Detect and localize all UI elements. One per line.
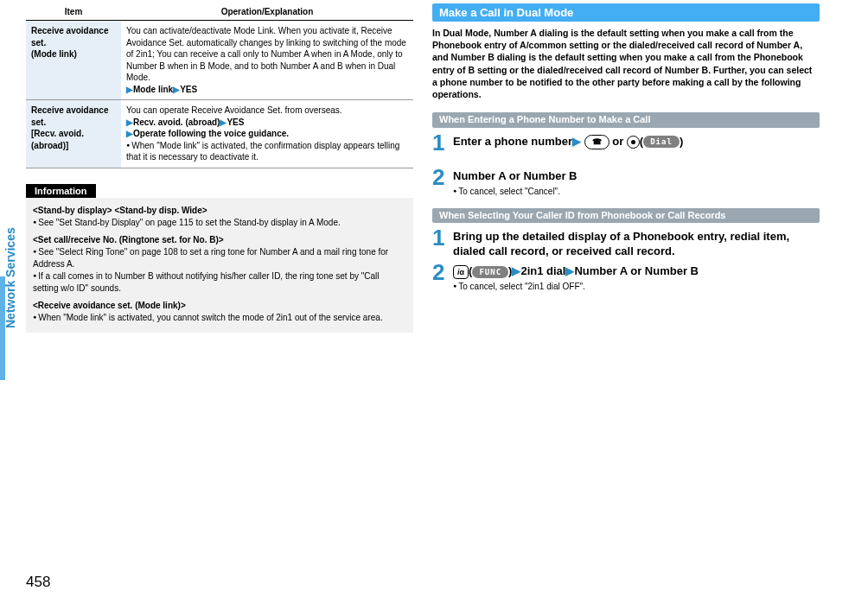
subsection-title: When Entering a Phone Number to Make a C… <box>432 112 820 128</box>
arrow-icon: ▶ <box>126 85 133 94</box>
information-heading: Information <box>26 184 96 198</box>
col-header-op: Operation/Explanation <box>121 3 413 21</box>
settings-table: Item Operation/Explanation Receive avoid… <box>26 3 413 168</box>
op-cell: You can activate/deactivate Mode Link. W… <box>121 21 413 100</box>
step-2b: 2 iα(FUNC)▶2in1 dial▶Number A or Number … <box>432 261 820 291</box>
arrow-icon: ▶ <box>173 85 180 94</box>
intro-paragraph: In Dual Mode, Number A dialing is the de… <box>432 27 820 100</box>
table-row: Receive avoidance set. [Recv. avoid. (ab… <box>26 100 413 168</box>
item-cell: Receive avoidance set. (Mode link) <box>26 21 121 100</box>
spine-label: Network Services <box>3 227 17 328</box>
information-box: <Stand-by display> <Stand-by disp. Wide>… <box>26 198 413 333</box>
softkey-pill: Dial <box>643 136 680 148</box>
item-cell: Receive avoidance set. [Recv. avoid. (ab… <box>26 100 121 168</box>
table-row: Receive avoidance set. (Mode link) You c… <box>26 21 413 100</box>
step-1: 1 Enter a phone number▶ ☎ or (Dial) <box>432 131 820 154</box>
arrow-icon: ▶ <box>512 264 520 277</box>
arrow-icon: ▶ <box>126 129 133 138</box>
op-cell: You can operate Receive Avoidance Set. f… <box>121 100 413 168</box>
step-note: To cancel, select "2in1 dial OFF". <box>453 282 820 291</box>
center-key-icon <box>627 136 640 149</box>
arrow-icon: ▶ <box>126 117 133 127</box>
left-column: Item Operation/Explanation Receive avoid… <box>26 3 413 333</box>
step-head: iα(FUNC)▶2in1 dial▶Number A or Number B <box>453 264 820 279</box>
step-head: Bring up the detailed display of a Phone… <box>453 230 820 259</box>
step-head: Number A or Number B <box>453 169 820 184</box>
right-column: Make a Call in Dual Mode In Dual Mode, N… <box>432 3 820 333</box>
softkey-pill: FUNC <box>472 266 508 278</box>
arrow-icon: ▶ <box>572 135 581 148</box>
call-key-icon: ☎ <box>584 135 610 149</box>
page-number: 458 <box>26 574 50 591</box>
step-head: Enter a phone number▶ ☎ or (Dial) <box>453 135 820 149</box>
step-2: 2 Number A or Number B To cancel, select… <box>432 166 820 196</box>
section-title: Make a Call in Dual Mode <box>432 3 820 22</box>
arrow-icon: ▶ <box>565 264 574 277</box>
step-1b: 1 Bring up the detailed display of a Pho… <box>432 226 820 259</box>
col-header-item: Item <box>26 3 121 21</box>
ir-key-icon: iα <box>453 265 469 279</box>
subsection-title: When Selecting Your Caller ID from Phone… <box>432 208 820 224</box>
step-note: To cancel, select "Cancel". <box>453 187 820 196</box>
